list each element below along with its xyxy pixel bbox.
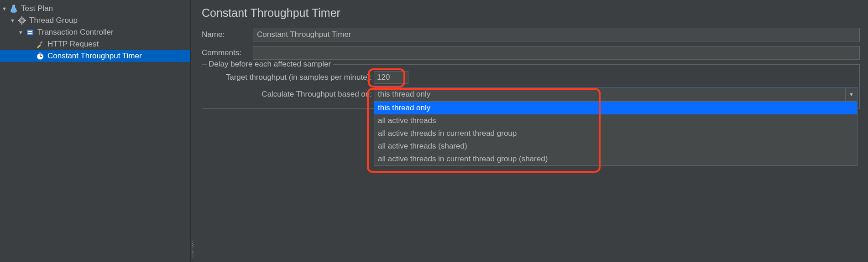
svg-rect-9 (40, 41, 42, 44)
chevron-down-icon[interactable]: ▼ (845, 88, 857, 101)
target-throughput-row: Target throughput (in samples per minute… (204, 71, 858, 84)
svg-rect-6 (27, 30, 33, 35)
name-input[interactable] (253, 28, 860, 41)
svg-rect-13 (39, 52, 41, 53)
name-label: Name: (202, 30, 253, 39)
tree-node-http-request[interactable]: HTTP Request (0, 38, 190, 50)
panel-title: Constant Throughput Timer (202, 6, 860, 20)
expand-icon[interactable]: ▼ (10, 18, 16, 23)
calculate-throughput-label: Calculate Throughput based on: (204, 90, 374, 99)
tree-label: Constant Throughput Timer (47, 51, 142, 61)
spacer (408, 71, 858, 84)
pipette-icon (36, 40, 45, 49)
comments-row: Comments: (202, 46, 860, 60)
tree-label: Thread Group (29, 16, 78, 25)
target-throughput-input[interactable] (374, 71, 408, 84)
name-row: Name: (202, 28, 860, 41)
dropdown-option[interactable]: all active threads in current thread gro… (374, 127, 857, 140)
tree-node-test-plan[interactable]: ▼ Test Plan (0, 3, 190, 15)
expand-icon[interactable]: ▼ (2, 6, 8, 11)
dropdown-option[interactable]: all active threads in current thread gro… (374, 153, 857, 165)
tree-panel: ▼ Test Plan ▼ Thread Group ▼ Transaction… (0, 0, 191, 262)
dropdown-option[interactable]: all active threads (shared) (374, 140, 857, 153)
delay-fieldset: Delay before each affected sampler Targe… (202, 64, 860, 109)
tree-label: Test Plan (21, 4, 53, 13)
target-throughput-label: Target throughput (in samples per minute… (204, 73, 374, 82)
main-panel: Constant Throughput Timer Name: Comments… (194, 0, 868, 262)
calculate-throughput-combo[interactable]: this thread only ▼ this thread only all … (374, 87, 858, 101)
flask-icon (9, 4, 18, 13)
combo-dropdown: this thread only all active threads all … (374, 101, 858, 166)
timer-icon (36, 51, 45, 61)
tree-node-thread-group[interactable]: ▼ Thread Group (0, 15, 190, 26)
svg-point-1 (21, 20, 23, 21)
tree-label: Transaction Controller (37, 28, 114, 37)
dropdown-option[interactable]: all active threads (374, 114, 857, 127)
expand-icon[interactable]: ▼ (18, 30, 25, 35)
tree-node-constant-throughput-timer[interactable]: Constant Throughput Timer (0, 50, 190, 62)
dropdown-option[interactable]: this thread only (374, 102, 857, 114)
comments-label: Comments: (202, 48, 253, 57)
tree-label: HTTP Request (47, 40, 99, 49)
tree-node-transaction-controller[interactable]: ▼ Transaction Controller (0, 26, 190, 38)
combo-selected-text: this thread only (374, 90, 845, 99)
svg-rect-8 (28, 33, 32, 34)
splitter-grip[interactable] (191, 0, 194, 262)
calculate-throughput-row: Calculate Throughput based on: this thre… (204, 87, 858, 101)
svg-rect-7 (28, 31, 32, 32)
fieldset-legend: Delay before each affected sampler (207, 60, 333, 69)
gear-icon (17, 16, 26, 25)
controller-icon (26, 28, 35, 37)
comments-input[interactable] (253, 46, 860, 60)
